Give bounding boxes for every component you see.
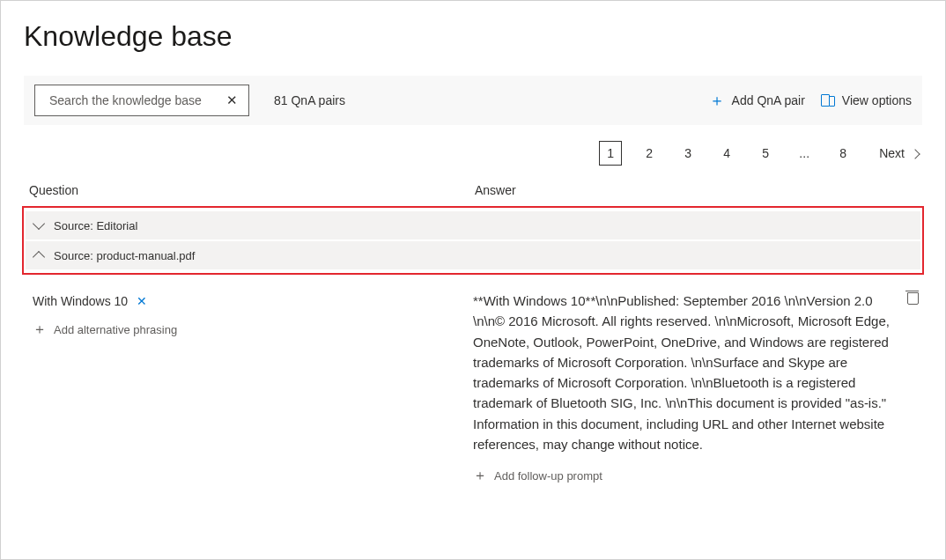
page-2[interactable]: 2 [638,141,661,166]
toolbar: ✕ 81 QnA pairs ＋ Add QnA pair View optio… [24,76,922,125]
next-label: Next [879,146,905,160]
page-ellipsis: ... [793,141,816,166]
search-box[interactable]: ✕ [34,85,249,116]
chevron-up-icon [33,251,45,263]
add-followup-label: Add follow-up prompt [494,469,602,483]
source-row[interactable]: Source: product-manual.pdf [26,241,920,269]
page-next[interactable]: Next [879,141,919,166]
view-options-button[interactable]: View options [821,93,912,107]
add-qna-pair-button[interactable]: ＋ Add QnA pair [709,92,805,108]
page-8[interactable]: 8 [831,141,854,166]
delete-icon[interactable] [906,291,919,305]
column-header-question: Question [29,183,475,197]
add-alternative-phrasing-label: Add alternative phrasing [54,323,177,336]
add-qna-pair-label: Add QnA pair [732,93,805,107]
page-1[interactable]: 1 [599,141,622,166]
source-label: Source: Editorial [54,219,137,232]
column-header-answer: Answer [475,183,922,197]
view-options-label: View options [842,93,912,107]
qna-row: With Windows 10 ✕ ＋ Add alternative phra… [24,289,922,485]
pagination: 12345...8Next [24,136,922,183]
chevron-right-icon [912,146,919,160]
question-cell: With Windows 10 ✕ ＋ Add alternative phra… [27,289,473,339]
plus-icon: ＋ [473,467,487,485]
question-chip: With Windows 10 ✕ [33,292,147,310]
qna-count-label: 81 QnA pairs [274,93,345,107]
page-5[interactable]: 5 [754,141,777,166]
question-chip-text: With Windows 10 [33,294,128,308]
page-4[interactable]: 4 [715,141,738,166]
page-title: Knowledge base [24,20,922,53]
chevron-down-icon [33,217,45,230]
remove-question-icon[interactable]: ✕ [137,294,147,308]
plus-icon: ＋ [33,321,47,339]
source-label: Source: product-manual.pdf [54,249,195,262]
source-row[interactable]: Source: Editorial [26,211,920,239]
knowledge-base-page: Knowledge base ✕ 81 QnA pairs ＋ Add QnA … [0,0,946,560]
search-input[interactable] [48,92,225,108]
answer-text[interactable]: **With Windows 10**\n\nPublished: Septem… [473,291,891,454]
plus-icon: ＋ [709,92,725,108]
answer-cell: **With Windows 10**\n\nPublished: Septem… [473,289,919,485]
highlighted-sources: Source: EditorialSource: product-manual.… [22,206,924,275]
page-3[interactable]: 3 [676,141,699,166]
clear-search-icon[interactable]: ✕ [225,92,240,108]
grid-headers: Question Answer [24,183,922,206]
add-alternative-phrasing-button[interactable]: ＋ Add alternative phrasing [33,321,473,339]
add-followup-prompt-button[interactable]: ＋ Add follow-up prompt [473,467,891,485]
view-options-icon [821,94,835,107]
